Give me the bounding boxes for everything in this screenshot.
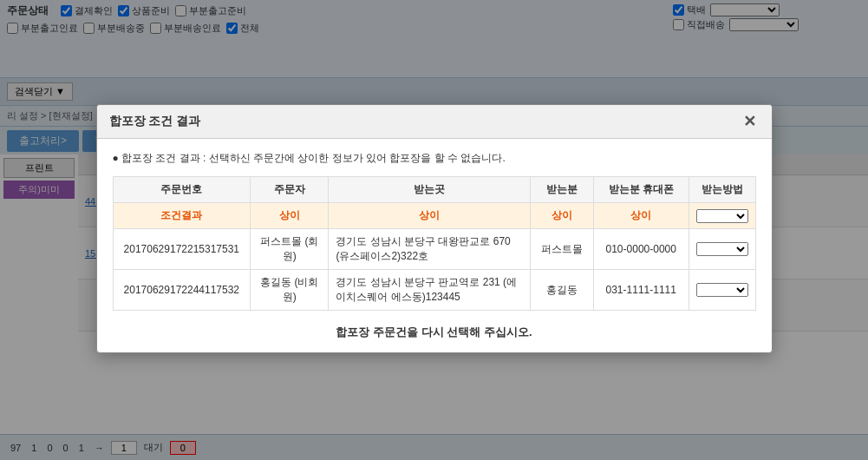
col-header-destination: 받는곳 [329, 177, 531, 203]
modal-title-bar: 합포장 조건 결과 ✕ [97, 105, 772, 139]
condition-method [689, 203, 755, 229]
condition-orderer: 상이 [251, 203, 329, 229]
table-row: 20170629172244117532 홍길동 (비회원) 경기도 성남시 분… [113, 270, 755, 311]
modal-title: 합포장 조건 결과 [109, 114, 201, 129]
col-header-recipient: 받는분 [531, 177, 594, 203]
row1-recipient: 퍼스트몰 [531, 229, 594, 270]
col-header-phone: 받는분 휴대폰 [593, 177, 689, 203]
row2-recipient: 홍길동 [531, 270, 594, 311]
col-header-method: 받는방법 [689, 177, 755, 203]
condition-recipient: 상이 [531, 203, 594, 229]
col-header-orderer: 주문자 [251, 177, 329, 203]
row2-destination: 경기도 성남시 분당구 판교역로 231 (에이치스퀘어 에스동)123445 [329, 270, 531, 311]
modal-body: ● 합포장 조건 결과 : 선택하신 주문간에 상이한 정보가 있어 합포장을 … [97, 139, 772, 352]
condition-row: 조건결과 상이 상이 상이 상이 [113, 203, 755, 229]
method-select-condition[interactable] [696, 209, 748, 223]
row1-orderer: 퍼스트몰 (회원) [251, 229, 329, 270]
row1-destination: 경기도 성남시 분당구 대왕판교로 670 (유스페이스2)322호 [329, 229, 531, 270]
table-row: 20170629172215317531 퍼스트몰 (회원) 경기도 성남시 분… [113, 229, 755, 270]
row1-phone: 010-0000-0000 [593, 229, 689, 270]
condition-destination: 상이 [329, 203, 531, 229]
row1-order-num: 20170629172215317531 [113, 229, 251, 270]
condition-phone: 상이 [593, 203, 689, 229]
condition-label: 조건결과 [113, 203, 251, 229]
modal-footer-text: 합포장 주문건을 다시 선택해 주십시오. [113, 325, 756, 340]
row2-order-num: 20170629172244117532 [113, 270, 251, 311]
row2-orderer: 홍길동 (비회원) [251, 270, 329, 311]
modal-table: 주문번호 주문자 받는곳 받는분 받는분 휴대폰 받는방법 조건결과 상이 상이… [113, 176, 756, 311]
col-header-order-num: 주문번호 [113, 177, 251, 203]
row2-phone: 031-1111-1111 [593, 270, 689, 311]
row1-method [689, 229, 755, 270]
modal-dialog: 합포장 조건 결과 ✕ ● 합포장 조건 결과 : 선택하신 주문간에 상이한 … [96, 104, 773, 353]
method-select-row1[interactable] [696, 242, 748, 256]
method-select-row2[interactable] [696, 283, 748, 297]
row2-method [689, 270, 755, 311]
modal-info-text: ● 합포장 조건 결과 : 선택하신 주문간에 상이한 정보가 있어 합포장을 … [113, 151, 756, 166]
modal-close-button[interactable]: ✕ [740, 112, 760, 131]
